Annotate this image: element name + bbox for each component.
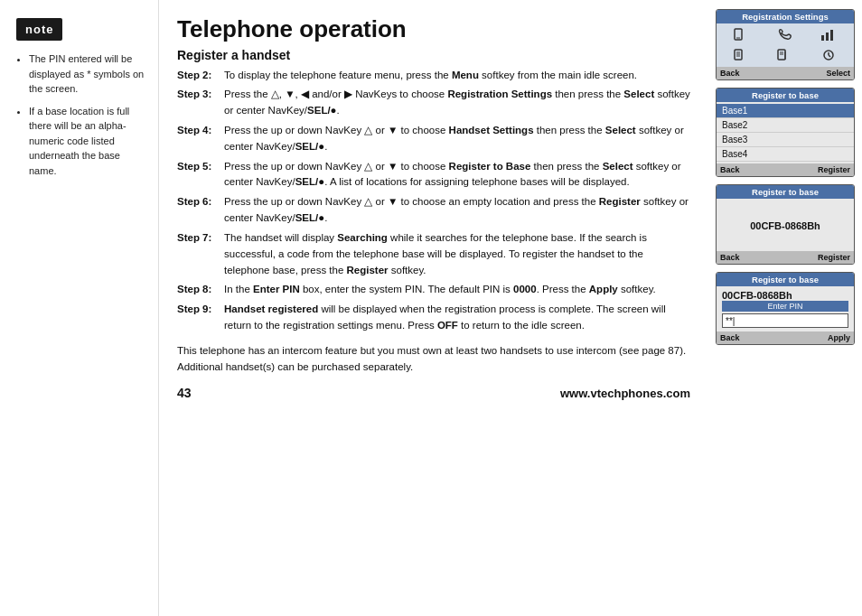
list-item-base2[interactable]: Base2 xyxy=(717,118,854,133)
screen4-buttons: Back Apply xyxy=(717,331,854,344)
screen4-apply-btn[interactable]: Apply xyxy=(828,333,850,342)
screen2-list: Base1 Base2 Base3 Base4 xyxy=(717,102,854,163)
icon-book xyxy=(775,47,795,63)
main-content: Telephone operation Register a handset S… xyxy=(158,0,708,616)
screen2-buttons: Back Register xyxy=(717,163,854,176)
step-9: Step 9: Handset registered will be displ… xyxy=(177,302,690,334)
screen4-pin-area: 00CFB-0868Bh Enter PIN **| xyxy=(717,286,854,331)
step-4: Step 4: Press the up or down NavKey △ or… xyxy=(177,123,690,155)
step-2: Step 2: To display the telephone feature… xyxy=(177,68,690,84)
screen4-pin-input[interactable]: **| xyxy=(722,313,848,328)
step-6-label: Step 6: xyxy=(177,194,224,227)
step-5-label: Step 5: xyxy=(177,159,224,191)
icon-settings xyxy=(732,47,752,63)
sidebar-bullet-list: The PIN entered will be displayed as * s… xyxy=(16,51,147,178)
bullet-2: If a base location is full there will be… xyxy=(29,104,147,179)
screen4-back-btn[interactable]: Back xyxy=(720,333,740,342)
step-5-text: Press the up or down NavKey △ or ▼ to ch… xyxy=(224,159,690,191)
screen3-back-btn[interactable]: Back xyxy=(720,253,740,262)
list-item-base3[interactable]: Base3 xyxy=(717,133,854,147)
screen4-pin-value: **| xyxy=(726,316,735,326)
page-title: Telephone operation xyxy=(177,16,690,42)
screen4-pin-label: Enter PIN xyxy=(722,301,848,312)
screen1-icons-row2 xyxy=(720,47,850,63)
step-3: Step 3: Press the △, ▼, ◀ and/or ▶ NavKe… xyxy=(177,87,690,119)
note-badge: note xyxy=(16,18,62,41)
screen3-register-btn[interactable]: Register xyxy=(818,253,850,262)
step-3-label: Step 3: xyxy=(177,87,224,119)
svg-rect-3 xyxy=(826,33,829,41)
steps-container: Step 2: To display the telephone feature… xyxy=(177,68,690,334)
step-7: Step 7: The handset will display Searchi… xyxy=(177,230,690,278)
screen1-back-btn[interactable]: Back xyxy=(720,69,740,78)
icon-phone xyxy=(775,27,795,43)
step-8-label: Step 8: xyxy=(177,282,224,298)
step-9-text: Handset registered will be displayed whe… xyxy=(224,302,690,334)
screen3-header: Register to base xyxy=(717,185,854,199)
icon-alarm xyxy=(819,47,839,63)
step-8: Step 8: In the Enter PIN box, enter the … xyxy=(177,282,690,298)
left-sidebar: note The PIN entered will be displayed a… xyxy=(0,0,158,616)
website: www.vtechphones.com xyxy=(560,387,690,400)
step-9-label: Step 9: xyxy=(177,302,224,334)
screen-register-to-base-list: Register to base Base1 Base2 Base3 Base4… xyxy=(716,88,855,177)
list-item-base1[interactable]: Base1 xyxy=(717,104,854,118)
icon-handset xyxy=(732,27,752,43)
step-5: Step 5: Press the up or down NavKey △ or… xyxy=(177,159,690,191)
screen-registration-settings: Registration Settings xyxy=(716,9,855,80)
step-2-label: Step 2: xyxy=(177,68,224,84)
step-7-text: The handset will display Searching while… xyxy=(224,230,690,278)
bullet-1: The PIN entered will be displayed as * s… xyxy=(29,51,147,97)
screen3-code-area: 00CFB-0868Bh xyxy=(717,199,854,251)
screen1-header: Registration Settings xyxy=(717,10,854,23)
screen1-body xyxy=(717,23,854,67)
screen2-back-btn[interactable]: Back xyxy=(720,165,740,174)
step-4-label: Step 4: xyxy=(177,123,224,155)
svg-line-15 xyxy=(829,55,830,57)
screen-enter-pin: Register to base 00CFB-0868Bh Enter PIN … xyxy=(716,272,855,345)
page-number: 43 xyxy=(177,386,192,400)
icon-signal xyxy=(819,27,839,43)
step-3-text: Press the △, ▼, ◀ and/or ▶ NavKeys to ch… xyxy=(224,87,690,119)
step-6: Step 6: Press the up or down NavKey △ or… xyxy=(177,194,690,227)
screen4-header: Register to base xyxy=(717,273,854,286)
screen1-select-btn[interactable]: Select xyxy=(826,69,850,78)
screen2-header: Register to base xyxy=(717,89,854,102)
step-8-text: In the Enter PIN box, enter the system P… xyxy=(224,282,690,298)
screen-register-to-base-code: Register to base 00CFB-0868Bh Back Regis… xyxy=(716,184,855,265)
screen3-buttons: Back Register xyxy=(717,251,854,264)
step-4-text: Press the up or down NavKey △ or ▼ to ch… xyxy=(224,123,690,155)
list-item-base4[interactable]: Base4 xyxy=(717,147,854,162)
step-2-text: To display the telephone feature menu, p… xyxy=(224,68,690,84)
screen3-code-value: 00CFB-0868Bh xyxy=(722,220,848,231)
screen1-buttons: Back Select xyxy=(717,67,854,79)
step-7-label: Step 7: xyxy=(177,230,224,278)
screen2-register-btn[interactable]: Register xyxy=(818,165,850,174)
page-bottom: 43 www.vtechphones.com xyxy=(177,386,690,400)
screen4-code-value: 00CFB-0868Bh xyxy=(722,290,848,301)
section-title: Register a handset xyxy=(177,48,690,62)
footer-text: This telephone has an intercom feature b… xyxy=(177,343,690,376)
svg-rect-2 xyxy=(821,35,824,41)
screen1-icons-row1 xyxy=(720,27,850,43)
right-panel: Registration Settings xyxy=(708,0,862,616)
svg-rect-4 xyxy=(830,30,833,41)
step-6-text: Press the up or down NavKey △ or ▼ to ch… xyxy=(224,194,690,227)
